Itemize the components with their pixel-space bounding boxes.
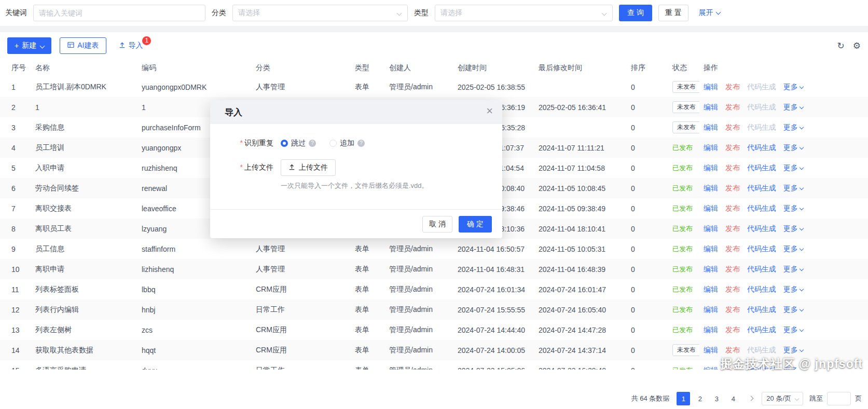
- codegen-link[interactable]: 代码生成: [747, 204, 776, 212]
- publish-link[interactable]: 发布: [725, 224, 740, 233]
- cancel-button[interactable]: 取 消: [422, 216, 452, 233]
- codegen-link[interactable]: 代码生成: [747, 244, 776, 253]
- more-link[interactable]: 更多: [783, 265, 803, 273]
- edit-link[interactable]: 编辑: [704, 366, 718, 370]
- more-link[interactable]: 更多: [783, 244, 803, 253]
- more-link[interactable]: 更多: [783, 346, 803, 354]
- edit-link[interactable]: 编辑: [704, 204, 718, 212]
- publish-link[interactable]: 发布: [725, 265, 740, 273]
- cell-modified-time: 2025-02-05 16:36:41: [534, 97, 627, 117]
- publish-link[interactable]: 发布: [725, 346, 740, 354]
- cell-modified-time: 2024-11-04 18:10:41: [534, 219, 627, 239]
- more-link[interactable]: 更多: [783, 224, 803, 233]
- cell-actions: 编辑 发布 代码生成 更多: [699, 77, 868, 97]
- ai-create-table-button[interactable]: AI建表: [60, 37, 106, 54]
- status-badge: 已发布: [672, 163, 693, 173]
- append-radio[interactable]: 追加 ?: [329, 139, 365, 148]
- edit-link[interactable]: 编辑: [704, 265, 718, 273]
- more-link[interactable]: 更多: [783, 325, 803, 334]
- more-link[interactable]: 更多: [783, 103, 803, 111]
- new-button[interactable]: + 新建: [7, 37, 51, 54]
- help-icon[interactable]: ?: [309, 140, 316, 147]
- publish-link[interactable]: 发布: [725, 244, 740, 253]
- publish-link[interactable]: 发布: [725, 143, 740, 152]
- more-link[interactable]: 更多: [783, 184, 803, 192]
- confirm-button[interactable]: 确 定: [459, 216, 492, 233]
- edit-link[interactable]: 编辑: [704, 163, 718, 172]
- codegen-link[interactable]: 代码生成: [747, 285, 776, 293]
- publish-link[interactable]: 发布: [725, 305, 740, 313]
- cell-sort: 0: [627, 279, 668, 299]
- more-link[interactable]: 更多: [783, 366, 803, 370]
- codegen-link[interactable]: 代码生成: [747, 123, 776, 131]
- codegen-link[interactable]: 代码生成: [747, 305, 776, 313]
- edit-link[interactable]: 编辑: [704, 123, 718, 131]
- codegen-link[interactable]: 代码生成: [747, 325, 776, 334]
- codegen-link[interactable]: 代码生成: [747, 184, 776, 192]
- more-link[interactable]: 更多: [783, 285, 803, 293]
- page-button-2[interactable]: 2: [693, 392, 707, 405]
- refresh-icon[interactable]: ↻: [837, 42, 845, 50]
- more-link[interactable]: 更多: [783, 123, 803, 131]
- publish-link[interactable]: 发布: [725, 285, 740, 293]
- codegen-link[interactable]: 代码生成: [747, 83, 776, 91]
- codegen-link[interactable]: 代码生成: [747, 265, 776, 273]
- publish-link[interactable]: 发布: [725, 103, 740, 111]
- cell-actions: 编辑 发布 代码生成 更多: [699, 117, 868, 138]
- edit-link[interactable]: 编辑: [704, 285, 718, 293]
- publish-link[interactable]: 发布: [725, 184, 740, 192]
- codegen-link[interactable]: 代码生成: [747, 346, 776, 354]
- page-button-1[interactable]: 1: [677, 392, 690, 405]
- more-link-label: 更多: [783, 163, 798, 172]
- next-page-button[interactable]: [744, 392, 757, 405]
- page-size-select[interactable]: 20 条/页: [762, 392, 803, 405]
- radio-checked-icon: [281, 140, 288, 147]
- reset-button[interactable]: 重 置: [658, 5, 688, 21]
- upload-file-button[interactable]: 上传文件: [281, 159, 336, 176]
- publish-link[interactable]: 发布: [725, 366, 740, 370]
- codegen-link[interactable]: 代码生成: [747, 103, 776, 111]
- keyword-input[interactable]: [33, 5, 205, 21]
- publish-link[interactable]: 发布: [725, 83, 740, 91]
- jump-page-input[interactable]: [827, 392, 851, 405]
- more-link[interactable]: 更多: [783, 204, 803, 212]
- edit-link[interactable]: 编辑: [704, 305, 718, 313]
- upload-button-label: 上传文件: [299, 163, 328, 172]
- edit-link[interactable]: 编辑: [704, 244, 718, 253]
- edit-link[interactable]: 编辑: [704, 184, 718, 192]
- edit-link[interactable]: 编辑: [704, 346, 718, 354]
- codegen-link[interactable]: 代码生成: [747, 143, 776, 152]
- category-select[interactable]: 请选择: [232, 5, 408, 21]
- close-icon[interactable]: ×: [486, 105, 493, 117]
- more-link[interactable]: 更多: [783, 305, 803, 313]
- more-link[interactable]: 更多: [783, 163, 803, 172]
- codegen-link[interactable]: 代码生成: [747, 224, 776, 233]
- help-icon[interactable]: ?: [357, 140, 365, 147]
- expand-button[interactable]: 展开: [699, 8, 720, 18]
- search-button[interactable]: 查 询: [619, 5, 652, 21]
- publish-link[interactable]: 发布: [725, 204, 740, 212]
- import-button[interactable]: 导入 1: [119, 41, 143, 50]
- page-button-4[interactable]: 4: [726, 392, 740, 405]
- type-select-placeholder: 请选择: [440, 8, 462, 18]
- publish-link[interactable]: 发布: [725, 163, 740, 172]
- page-button-3[interactable]: 3: [710, 392, 723, 405]
- gear-icon[interactable]: ⚙: [853, 42, 861, 50]
- skip-radio[interactable]: 跳过 ?: [281, 139, 316, 148]
- more-link[interactable]: 更多: [783, 143, 803, 152]
- more-link[interactable]: 更多: [783, 83, 803, 91]
- status-badge: 已发布: [672, 244, 693, 254]
- edit-link[interactable]: 编辑: [704, 103, 718, 111]
- cell-sort: 0: [627, 340, 668, 360]
- chevron-down-icon: [799, 185, 803, 189]
- cell-category: 日常工作: [252, 299, 351, 320]
- edit-link[interactable]: 编辑: [704, 325, 718, 334]
- publish-link[interactable]: 发布: [725, 123, 740, 131]
- type-select[interactable]: 请选择: [435, 5, 613, 21]
- edit-link[interactable]: 编辑: [704, 224, 718, 233]
- codegen-link[interactable]: 代码生成: [747, 366, 776, 370]
- codegen-link[interactable]: 代码生成: [747, 163, 776, 172]
- edit-link[interactable]: 编辑: [704, 143, 718, 152]
- publish-link[interactable]: 发布: [725, 325, 740, 334]
- edit-link[interactable]: 编辑: [704, 83, 718, 91]
